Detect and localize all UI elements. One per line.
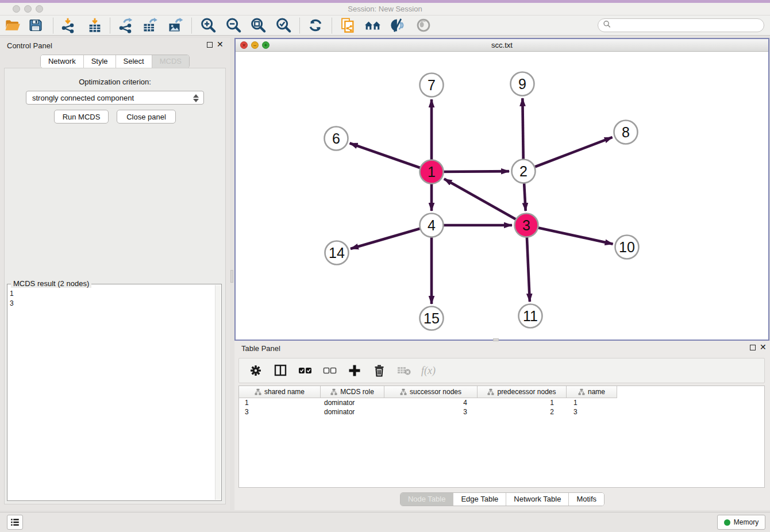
show-all-icon[interactable] — [415, 17, 432, 34]
clone-network-icon[interactable] — [339, 17, 356, 34]
node-label: 8 — [622, 124, 630, 140]
table-cell: dominator — [321, 407, 384, 417]
gear-icon[interactable] — [248, 363, 263, 378]
zoom-fit-icon[interactable] — [249, 17, 267, 34]
edge-2-8[interactable] — [523, 137, 613, 171]
add-icon[interactable] — [347, 363, 362, 378]
node-1[interactable]: 1 — [420, 160, 444, 184]
memory-label: Memory — [734, 518, 759, 526]
task-history-button[interactable] — [7, 515, 23, 530]
list-icon — [10, 517, 20, 527]
node-9[interactable]: 9 — [511, 72, 534, 96]
table-row[interactable]: 3dominator323 — [239, 407, 764, 417]
titlebar: Session: New Session — [0, 3, 770, 16]
open-icon[interactable] — [4, 17, 21, 34]
close-table-panel-icon[interactable]: ✕ — [760, 343, 767, 351]
run-mcds-button[interactable]: Run MCDS — [54, 110, 109, 124]
table-panel: Table Panel ✕ — [234, 341, 770, 510]
tab-style[interactable]: Style — [83, 55, 116, 68]
close-panel-icon[interactable]: ✕ — [217, 40, 224, 48]
node-label: 2 — [519, 163, 528, 179]
horizontal-splitter-grip[interactable] — [493, 338, 499, 341]
table-cell: 2 — [478, 407, 567, 417]
tab-node-table[interactable]: Node Table — [401, 493, 453, 506]
edge-3-10[interactable] — [526, 225, 613, 244]
toolbar-separator — [332, 18, 332, 33]
column-header-successor-nodes[interactable]: successor nodes — [384, 386, 478, 398]
search-icon — [603, 20, 611, 30]
column-header-name[interactable]: name — [567, 386, 617, 398]
network-canvas[interactable]: 1234678910111415 — [236, 52, 768, 340]
panel-splitter[interactable] — [230, 38, 234, 510]
node-3[interactable]: 3 — [515, 214, 538, 237]
import-table-icon[interactable] — [86, 17, 103, 34]
refresh-icon[interactable] — [307, 17, 324, 34]
float-table-panel-icon[interactable] — [750, 345, 756, 350]
table-cell: 1 — [478, 398, 567, 407]
table-toolbar: f(x) — [238, 358, 765, 383]
hide-selected-icon[interactable] — [389, 17, 406, 34]
tab-select[interactable]: Select — [116, 55, 152, 68]
node-2[interactable]: 2 — [512, 160, 536, 183]
node-15[interactable]: 15 — [420, 307, 444, 330]
node-11[interactable]: 11 — [519, 304, 542, 328]
node-10[interactable]: 10 — [615, 236, 639, 259]
network-window-title: scc.txt — [236, 41, 768, 49]
tab-network[interactable]: Network — [41, 55, 83, 68]
float-panel-icon[interactable] — [207, 42, 213, 48]
edge-4-14[interactable] — [351, 225, 432, 249]
search-field — [598, 18, 764, 32]
node-label: 14 — [329, 245, 345, 261]
node-label: 3 — [522, 217, 530, 233]
deselect-all-icon[interactable] — [322, 363, 337, 378]
optimization-criterion-label: Optimization criterion: — [0, 78, 230, 86]
save-icon[interactable] — [27, 17, 44, 34]
table-row[interactable]: 1dominator411 — [239, 398, 764, 407]
control-panel-tabs: NetworkStyleSelectMCDS — [0, 55, 230, 68]
first-neighbors-icon[interactable] — [364, 17, 382, 34]
tab-edge-table[interactable]: Edge Table — [453, 493, 506, 506]
node-4[interactable]: 4 — [420, 214, 444, 237]
close-panel-button[interactable]: Close panel — [117, 110, 176, 124]
splitter-grip[interactable] — [230, 270, 233, 283]
export-network-icon[interactable] — [117, 17, 134, 34]
export-image-icon[interactable] — [167, 17, 184, 34]
zoom-in-icon[interactable] — [199, 17, 217, 34]
result-scrollbar[interactable] — [215, 285, 221, 500]
column-header-predecessor-nodes[interactable]: predecessor nodes — [478, 386, 567, 398]
tab-motifs[interactable]: Motifs — [568, 493, 604, 506]
table-header-row: shared nameMCDS rolesuccessor nodesprede… — [239, 386, 764, 398]
zoom-selected-icon[interactable] — [275, 17, 292, 34]
node-label: 6 — [332, 130, 340, 147]
node-14[interactable]: 14 — [325, 241, 349, 265]
table-cell: 3 — [567, 407, 617, 417]
edge-3-1[interactable] — [444, 179, 526, 225]
toolbar-separator — [53, 18, 53, 33]
import-network-icon[interactable] — [59, 17, 76, 34]
column-header-mcds-role[interactable]: MCDS role — [321, 386, 384, 398]
table-cell: 1 — [567, 398, 617, 407]
node-8[interactable]: 8 — [614, 121, 638, 144]
network-window: ✕ – + scc.txt 1234678910111415 — [234, 38, 769, 341]
export-table-icon[interactable] — [141, 17, 159, 34]
delete-icon[interactable] — [372, 363, 387, 378]
node-label: 15 — [424, 310, 440, 326]
select-all-icon[interactable] — [298, 363, 313, 378]
node-6[interactable]: 6 — [325, 127, 348, 151]
window-title: Session: New Session — [0, 5, 770, 13]
search-input[interactable] — [611, 20, 764, 30]
edge-1-6[interactable] — [350, 143, 432, 172]
mcds-result-list: 13 — [10, 289, 213, 498]
table-cell: 4 — [384, 398, 478, 407]
toolbar-separator — [299, 18, 300, 33]
zoom-out-icon[interactable] — [225, 17, 242, 34]
show-columns-icon[interactable] — [273, 363, 288, 378]
column-header-shared-name[interactable]: shared name — [239, 386, 321, 398]
application-window: Session: New Session — [0, 0, 770, 532]
memory-button[interactable]: Memory — [717, 515, 765, 530]
tab-mcds[interactable]: MCDS — [152, 55, 189, 68]
tab-network-table[interactable]: Network Table — [506, 493, 568, 506]
function-builder-icon: f(x) — [421, 365, 436, 377]
node-7[interactable]: 7 — [420, 74, 444, 97]
criterion-select[interactable]: strongly connected component — [26, 91, 204, 105]
